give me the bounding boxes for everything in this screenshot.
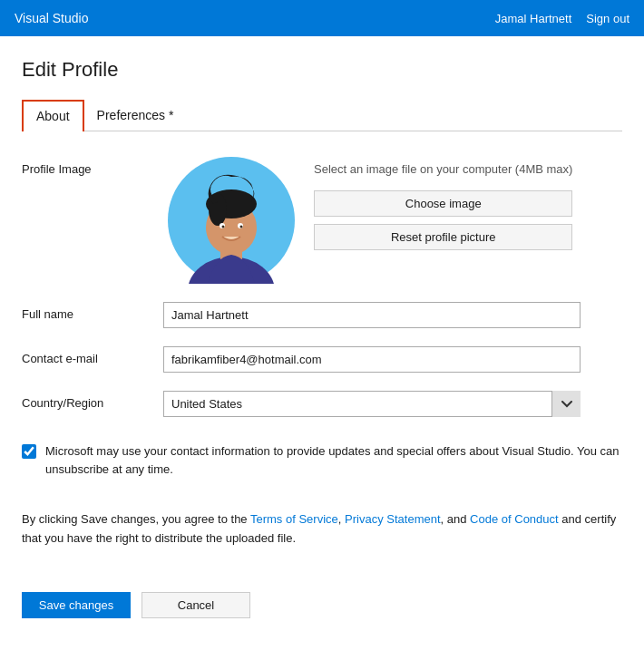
page-content: Edit Profile About Preferences * Profile… <box>0 36 644 640</box>
page-title: Edit Profile <box>22 58 622 82</box>
terms-of-service-link[interactable]: Terms of Service <box>250 512 338 526</box>
header-right: Jamal Hartnett Sign out <box>495 12 629 25</box>
checkbox-row: Microsoft may use your contact informati… <box>22 435 622 485</box>
tab-about[interactable]: About <box>22 100 84 131</box>
profile-image-label: Profile Image <box>22 157 149 176</box>
privacy-statement-link[interactable]: Privacy Statement <box>345 512 441 526</box>
avatar-wrapper <box>163 157 299 284</box>
consent-checkbox[interactable] <box>22 444 36 459</box>
legal-text: By clicking Save changes, you agree to t… <box>22 510 622 548</box>
contact-email-input[interactable] <box>163 346 581 373</box>
cancel-button[interactable]: Cancel <box>141 592 250 618</box>
svg-point-8 <box>222 226 225 228</box>
app-header: Visual Studio Jamal Hartnett Sign out <box>0 0 644 36</box>
profile-image-hint: Select an image file on your computer (4… <box>314 162 572 176</box>
save-changes-button[interactable]: Save changes <box>22 592 131 618</box>
country-select[interactable]: United States Canada United Kingdom Aust… <box>163 391 581 417</box>
svg-point-9 <box>240 226 243 228</box>
app-title: Visual Studio <box>15 11 88 25</box>
profile-image-controls: Select an image file on your computer (4… <box>314 157 572 250</box>
username-display: Jamal Hartnett <box>495 12 572 25</box>
tab-bar: About Preferences * <box>22 100 622 131</box>
full-name-input[interactable] <box>163 302 581 328</box>
form-actions: Save changes Cancel <box>22 585 622 618</box>
country-row: Country/Region United States Canada Unit… <box>22 391 622 417</box>
avatar <box>168 157 295 284</box>
legal-and: , and <box>441 512 467 526</box>
full-name-label: Full name <box>22 302 149 321</box>
full-name-row: Full name <box>22 302 622 328</box>
contact-email-row: Contact e-mail <box>22 346 622 373</box>
contact-email-label: Contact e-mail <box>22 346 149 365</box>
tab-preferences[interactable]: Preferences * <box>84 100 187 131</box>
choose-image-button[interactable]: Choose image <box>314 190 572 217</box>
edit-profile-form: Profile Image <box>22 157 622 618</box>
country-label: Country/Region <box>22 391 149 410</box>
reset-picture-button[interactable]: Reset profile picture <box>314 224 572 250</box>
profile-image-row: Profile Image <box>22 157 622 284</box>
consent-label: Microsoft may use your contact informati… <box>45 442 622 478</box>
code-of-conduct-link[interactable]: Code of Conduct <box>470 512 559 526</box>
country-select-wrap: United States Canada United Kingdom Aust… <box>163 391 581 417</box>
sign-out-link[interactable]: Sign out <box>586 12 629 25</box>
legal-prefix: By clicking Save changes, you agree to t… <box>22 512 248 526</box>
legal-comma: , <box>338 512 342 526</box>
